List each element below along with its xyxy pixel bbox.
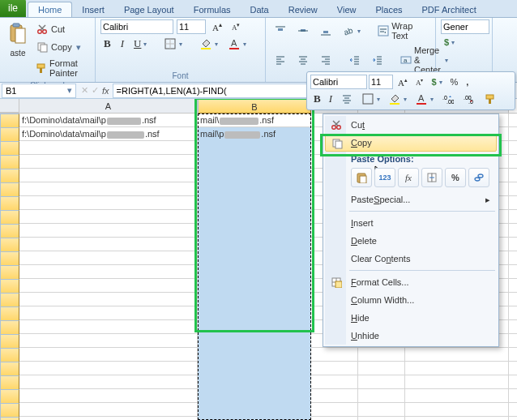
- cell[interactable]: [198, 375, 311, 388]
- mini-currency-button[interactable]: $▾: [428, 75, 445, 88]
- cell[interactable]: [19, 279, 198, 292]
- cell[interactable]: [19, 265, 198, 278]
- ctx-cut[interactable]: Cut: [325, 116, 497, 134]
- cell[interactable]: [19, 196, 198, 209]
- cell[interactable]: [405, 348, 509, 361]
- name-box[interactable]: ▾: [2, 84, 76, 98]
- increase-indent-button[interactable]: [368, 52, 387, 68]
- cell[interactable]: [311, 375, 358, 388]
- tab-places[interactable]: Places: [365, 2, 412, 17]
- align-right-button[interactable]: [316, 52, 335, 68]
- currency-button[interactable]: $▾: [441, 36, 458, 49]
- row-header[interactable]: [0, 141, 19, 156]
- italic-button[interactable]: I: [118, 36, 127, 52]
- cell[interactable]: [198, 417, 311, 420]
- cell[interactable]: [358, 375, 405, 388]
- ctx-clear-contents[interactable]: Clear Contents: [325, 250, 497, 268]
- mini-format-painter-button[interactable]: [481, 91, 500, 107]
- mini-font-select[interactable]: [310, 75, 367, 89]
- cell[interactable]: [198, 265, 311, 278]
- bold-button[interactable]: B: [100, 36, 114, 52]
- cell[interactable]: [358, 417, 405, 420]
- tab-review[interactable]: Review: [279, 2, 327, 17]
- name-box-dropdown-icon[interactable]: ▾: [67, 85, 72, 96]
- row-header[interactable]: [0, 293, 19, 307]
- cell[interactable]: [198, 251, 311, 264]
- align-center-button[interactable]: [293, 52, 313, 68]
- cell[interactable]: [198, 362, 311, 375]
- mini-increase-decimal-button[interactable]: .0.00: [438, 91, 458, 107]
- cell[interactable]: [19, 362, 198, 375]
- font-color-button[interactable]: A▾: [224, 36, 250, 52]
- cell[interactable]: [405, 403, 509, 416]
- cell[interactable]: [198, 238, 311, 251]
- cell[interactable]: [19, 182, 198, 195]
- cell[interactable]: [405, 417, 509, 420]
- cell[interactable]: [311, 362, 358, 375]
- paste-button[interactable]: aste: [5, 19, 31, 79]
- row-header[interactable]: [0, 389, 19, 404]
- font-size-select[interactable]: [177, 19, 206, 34]
- mini-borders-button[interactable]: ▾: [358, 91, 383, 107]
- tab-home[interactable]: Home: [28, 2, 72, 17]
- ctx-unhide[interactable]: Unhide: [325, 327, 497, 345]
- mini-increase-font-button[interactable]: A▴: [395, 75, 411, 89]
- cell-b1[interactable]: mail\.nsf: [198, 114, 311, 126]
- decrease-indent-button[interactable]: [345, 52, 365, 68]
- paste-option-formatting[interactable]: %: [445, 168, 466, 187]
- mini-decrease-decimal-button[interactable]: .00.0: [459, 91, 479, 107]
- cell[interactable]: [198, 320, 311, 333]
- copy-button[interactable]: Copy▾: [32, 39, 90, 55]
- row-header[interactable]: [0, 182, 19, 197]
- cell[interactable]: [198, 141, 311, 154]
- cell[interactable]: [19, 169, 198, 182]
- col-header-a[interactable]: A: [19, 99, 198, 113]
- cell[interactable]: [19, 251, 198, 264]
- fx-icon[interactable]: fx: [102, 86, 109, 96]
- cell[interactable]: [19, 403, 198, 416]
- cell[interactable]: [19, 141, 198, 154]
- mini-bold-button[interactable]: B: [310, 91, 324, 107]
- tab-page-layout[interactable]: Page Layout: [114, 2, 184, 17]
- align-left-button[interactable]: [271, 52, 290, 68]
- cell[interactable]: [198, 389, 311, 402]
- paste-option-transpose[interactable]: [421, 168, 442, 187]
- cell[interactable]: [405, 389, 509, 402]
- paste-option-values[interactable]: 123: [374, 168, 395, 187]
- row-header[interactable]: [0, 196, 19, 211]
- tab-data[interactable]: Data: [241, 2, 279, 17]
- cell[interactable]: [19, 155, 198, 168]
- cell[interactable]: [19, 389, 198, 402]
- align-middle-button[interactable]: [293, 23, 313, 39]
- mini-font-color-button[interactable]: A▾: [412, 91, 437, 107]
- tab-view[interactable]: View: [327, 2, 366, 17]
- row-header[interactable]: [0, 114, 19, 128]
- underline-button[interactable]: U▾: [130, 36, 150, 52]
- align-top-button[interactable]: [271, 23, 290, 39]
- cell[interactable]: [198, 403, 311, 416]
- paste-option-formulas[interactable]: fx: [398, 168, 419, 187]
- cell-a1[interactable]: f:\Domino\data\mail\p.nsf: [19, 114, 198, 126]
- cell[interactable]: [198, 155, 311, 168]
- cell[interactable]: [311, 403, 358, 416]
- cut-button[interactable]: Cut: [32, 21, 90, 37]
- mini-size-select[interactable]: [369, 75, 393, 89]
- number-format-select[interactable]: [441, 19, 489, 34]
- row-header[interactable]: [0, 127, 19, 142]
- mini-align-center-button[interactable]: [337, 91, 357, 107]
- cell[interactable]: [405, 362, 509, 375]
- cell[interactable]: [19, 210, 198, 223]
- cell[interactable]: [19, 238, 198, 251]
- row-header[interactable]: [0, 403, 19, 418]
- fill-color-button[interactable]: ▾: [196, 36, 221, 52]
- row-header[interactable]: [0, 265, 19, 280]
- cell[interactable]: [19, 320, 198, 333]
- name-box-input[interactable]: [6, 86, 54, 96]
- mini-percent-button[interactable]: %: [447, 75, 462, 88]
- ctx-column-width[interactable]: Column Width...: [325, 291, 497, 309]
- select-all-corner[interactable]: [0, 99, 19, 113]
- cell[interactable]: [311, 389, 358, 402]
- row-header[interactable]: [0, 362, 19, 376]
- cell[interactable]: [358, 389, 405, 402]
- ctx-copy[interactable]: Copy: [325, 134, 497, 152]
